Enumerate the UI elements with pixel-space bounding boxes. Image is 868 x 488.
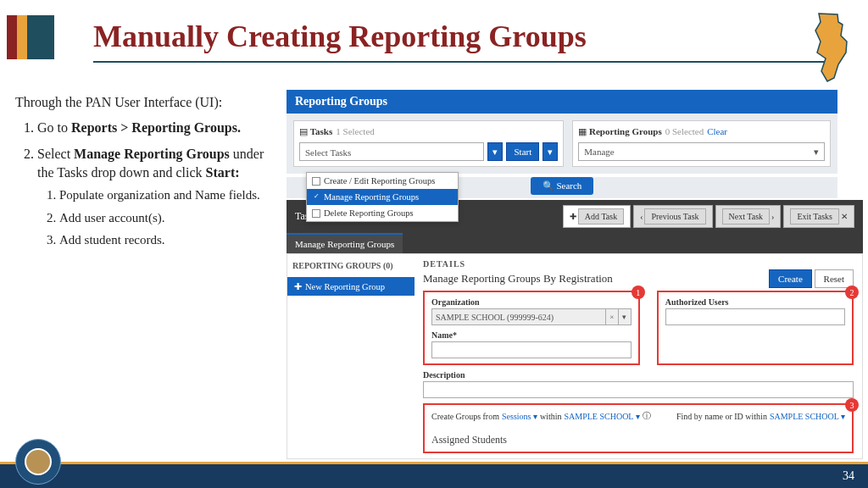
exit-tasks-button[interactable]: Exit Tasks ✕ <box>783 205 854 228</box>
assigned-students-label: Assigned Students <box>431 429 845 446</box>
footer: 34 <box>0 464 868 488</box>
badge-2: 2 <box>845 286 859 299</box>
clear-icon: × <box>605 308 619 325</box>
school-link-2[interactable]: SAMPLE SCHOOL ▾ <box>770 412 845 421</box>
step-1: Go to Reports > Reporting Groups. <box>37 119 270 137</box>
tasks-dropdown: Create / Edit Reporting Groups Manage Re… <box>306 172 459 222</box>
screenshot-2: Tasks for Reporting Groups ✚ Add Task ‹ … <box>287 200 863 459</box>
school-link-1[interactable]: SAMPLE SCHOOL ▾ <box>565 412 640 421</box>
substep-2: Add user account(s). <box>59 209 270 226</box>
select-tasks-dropdown-icon[interactable]: ▾ <box>487 142 503 161</box>
instructions-panel: Through the PAN User Interface (UI): Go … <box>15 93 270 257</box>
calendar-icon: ▤ <box>299 126 308 136</box>
new-rg-button[interactable]: ✚New Reporting Group <box>287 277 415 296</box>
manage-input[interactable]: Manage▾ <box>578 142 825 161</box>
nj-doe-seal-icon <box>15 439 61 485</box>
list-icon: ▦ <box>578 126 587 136</box>
badge-3: 3 <box>845 398 859 412</box>
name-field[interactable] <box>431 341 632 358</box>
opt-manage[interactable]: Manage Reporting Groups <box>307 189 458 205</box>
prev-task-button[interactable]: ‹ Previous Task <box>633 205 712 228</box>
chevron-down-icon: ▾ <box>618 308 632 325</box>
substep-1: Populate organization and Name fields. <box>59 186 270 203</box>
description-field[interactable] <box>423 381 854 398</box>
badge-1: 1 <box>632 286 645 299</box>
reset-button[interactable]: Reset <box>815 269 854 288</box>
screenshot-1: Reporting Groups ▤ Tasks1 Selected Selec… <box>287 90 837 198</box>
clear-link[interactable]: Clear <box>707 126 727 136</box>
reporting-groups-panel: ▦ Reporting Groups0 SelectedClear Manage… <box>572 120 831 167</box>
nj-state-icon <box>809 12 851 84</box>
intro-text: Through the PAN User Interface (UI): <box>15 93 270 112</box>
select-tasks-input[interactable]: Select Tasks <box>299 142 484 161</box>
opt-delete[interactable]: Delete Reporting Groups <box>307 205 458 221</box>
tab-manage-rg[interactable]: Manage Reporting Groups <box>287 233 403 253</box>
info-icon: ⓘ <box>643 410 651 422</box>
search-button[interactable]: 🔍 Search <box>531 177 594 195</box>
sessions-link[interactable]: Sessions ▾ <box>502 412 537 421</box>
next-task-button[interactable]: Next Task › <box>715 205 782 228</box>
plus-icon: ✚ <box>294 281 302 291</box>
create-button[interactable]: Create <box>769 269 812 288</box>
description-label: Description <box>423 370 465 380</box>
start-dropdown-icon[interactable]: ▾ <box>542 142 558 161</box>
substep-3: Add student records. <box>59 231 270 248</box>
callout-2: 2 Authorized Users <box>657 291 854 365</box>
chevron-down-icon: ▾ <box>814 142 819 161</box>
title-underline <box>93 61 839 63</box>
details-title: Manage Reporting Groups By Registration <box>423 272 613 286</box>
start-button[interactable]: Start <box>506 142 539 161</box>
opt-create-edit[interactable]: Create / Edit Reporting Groups <box>307 173 458 189</box>
rg-header: Reporting Groups <box>287 90 837 114</box>
callout-1: 1 Organization SAMPLE SCHOOL (999999-624… <box>423 291 640 365</box>
tasks-panel: ▤ Tasks1 Selected Select Tasks ▾ Start ▾… <box>293 120 564 167</box>
auth-users-field[interactable] <box>665 308 845 325</box>
callout-3: 3 Create Groups from Sessions ▾ within S… <box>423 403 854 453</box>
rg-list-panel: REPORTING GROUPS (0) ✚New Reporting Grou… <box>287 254 415 458</box>
add-task-button[interactable]: ✚ Add Task <box>563 205 631 228</box>
page-title: Manually Creating Reporting Groups <box>93 19 587 54</box>
step-2: Select Manage Reporting Groups under the… <box>37 145 270 248</box>
org-select[interactable]: SAMPLE SCHOOL (999999-624)×▾ <box>431 308 632 325</box>
page-number: 34 <box>843 469 854 483</box>
accent-bars <box>7 15 54 59</box>
